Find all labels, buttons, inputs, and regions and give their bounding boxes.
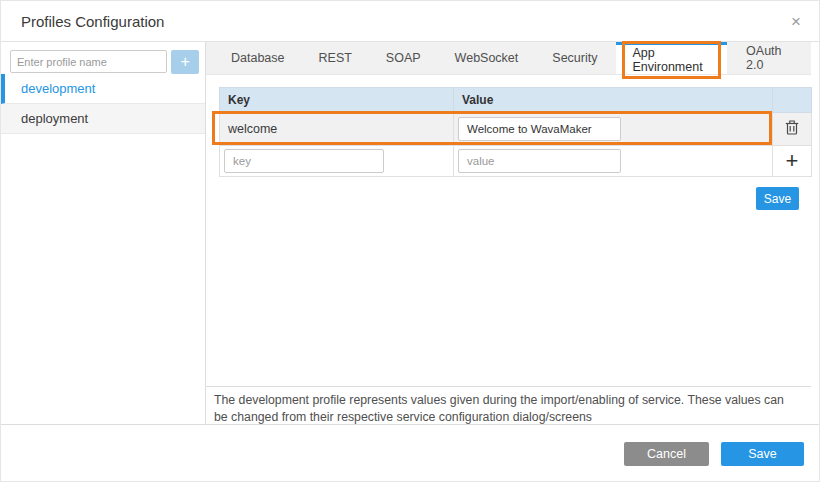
profile-item-deployment[interactable]: deployment xyxy=(1,104,205,134)
service-tabs: Database REST SOAP WebSocket Security Ap… xyxy=(206,42,811,75)
tab-soap[interactable]: SOAP xyxy=(369,42,438,74)
save-button[interactable]: Save xyxy=(721,442,804,466)
profile-item-development[interactable]: development xyxy=(1,74,205,104)
dialog-titlebar: Profiles Configuration × xyxy=(1,1,820,42)
cancel-button[interactable]: Cancel xyxy=(624,442,709,466)
value-input-welcome[interactable] xyxy=(458,117,621,141)
dialog-title: Profiles Configuration xyxy=(21,1,164,42)
tab-rest[interactable]: REST xyxy=(302,42,369,74)
profiles-sidebar: + development deployment xyxy=(1,42,206,424)
add-profile-button[interactable]: + xyxy=(171,50,199,74)
trash-icon xyxy=(785,119,799,135)
profile-name-input[interactable] xyxy=(10,50,167,73)
profile-item-label: deployment xyxy=(21,111,88,126)
profile-list: development deployment xyxy=(1,74,205,134)
profile-description: The development profile represents value… xyxy=(206,386,811,424)
column-header-value: Value xyxy=(454,88,773,113)
new-key-input[interactable] xyxy=(224,149,384,173)
column-header-key: Key xyxy=(220,88,454,113)
key-cell-text: welcome xyxy=(220,122,453,136)
delete-row-button[interactable] xyxy=(785,119,799,135)
close-icon[interactable]: × xyxy=(784,1,808,42)
footer-divider xyxy=(1,424,820,425)
table-new-row: + xyxy=(220,146,812,177)
table-save-button[interactable]: Save xyxy=(756,187,799,210)
column-header-actions xyxy=(773,88,812,113)
key-value-table: Key Value welcome xyxy=(219,87,812,177)
profile-add-row: + xyxy=(1,42,205,74)
tab-oauth[interactable]: OAuth 2.0 xyxy=(729,42,811,74)
tab-app-environment[interactable]: App Environment xyxy=(616,42,727,74)
profile-item-label: development xyxy=(21,81,95,96)
tab-database[interactable]: Database xyxy=(214,42,302,74)
profiles-configuration-dialog: Profiles Configuration × + development d… xyxy=(0,0,820,482)
table-row-welcome: welcome xyxy=(220,113,812,146)
tab-app-environment-highlight: App Environment xyxy=(622,41,721,79)
table-header-row: Key Value xyxy=(220,88,812,113)
tab-websocket[interactable]: WebSocket xyxy=(438,42,536,74)
add-row-button[interactable]: + xyxy=(786,151,799,171)
tab-security[interactable]: Security xyxy=(535,42,614,74)
new-value-input[interactable] xyxy=(458,149,621,173)
